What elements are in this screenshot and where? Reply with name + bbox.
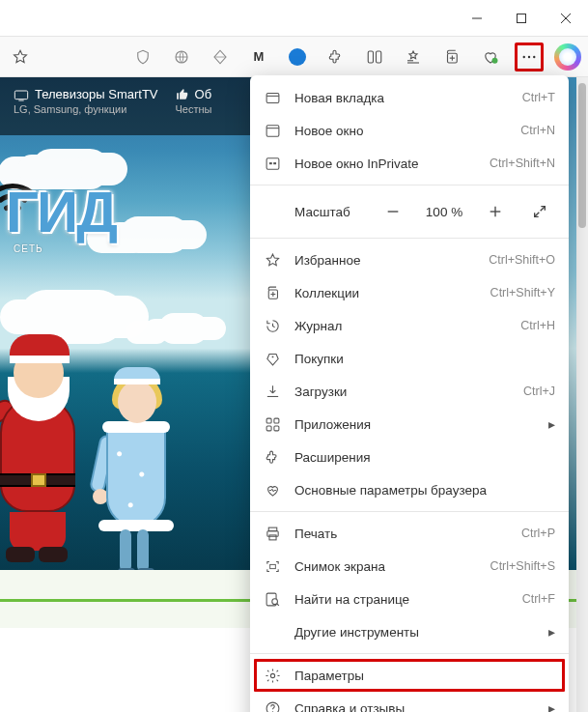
menu-item-shortcut: Ctrl+H	[520, 319, 555, 332]
diamond-button[interactable]	[206, 43, 235, 71]
window-minimize-button[interactable]	[455, 0, 499, 37]
svg-rect-39	[273, 425, 278, 430]
svg-rect-18	[14, 91, 27, 100]
menu-apps[interactable]: Приложения ▸	[250, 408, 569, 441]
blue-badge-button[interactable]	[283, 43, 312, 71]
menu-new-inprivate[interactable]: Новое окно InPrivate Ctrl+Shift+N	[250, 147, 569, 180]
menu-item-shortcut: Ctrl+T	[522, 91, 555, 104]
zoom-value: 100 %	[422, 205, 466, 219]
menu-item-label: Справка и отзывы	[294, 701, 535, 713]
minimize-icon	[471, 13, 483, 24]
svg-rect-25	[268, 162, 271, 164]
video-suggestion[interactable]: Об Честны	[176, 87, 212, 115]
favorites-list-button[interactable]	[399, 43, 428, 71]
menu-downloads[interactable]: Загрузки Ctrl+J	[250, 375, 569, 408]
tv-icon	[14, 88, 29, 101]
new-window-icon	[264, 122, 281, 139]
menu-item-shortcut: Ctrl+F	[522, 592, 555, 606]
menu-help[interactable]: Справка и отзывы ▸	[250, 692, 569, 712]
performance-button[interactable]	[476, 43, 505, 71]
menu-item-shortcut: Ctrl+P	[521, 527, 555, 540]
zoom-in-button[interactable]	[480, 196, 511, 227]
svg-point-15	[528, 55, 530, 57]
window-close-button[interactable]	[544, 0, 588, 37]
menu-new-window[interactable]: Новое окно Ctrl+N	[250, 114, 569, 147]
menu-separator	[250, 238, 569, 239]
apps-icon	[264, 415, 281, 433]
svg-line-31	[541, 207, 546, 212]
minus-icon	[385, 204, 401, 219]
copilot-button[interactable]	[553, 43, 582, 71]
menu-shopping[interactable]: Покупки	[250, 342, 569, 375]
menu-item-label: Масштаб	[264, 205, 364, 219]
menu-item-label: Снимок экрана	[294, 559, 477, 574]
window-titlebar	[0, 0, 588, 37]
extensions-button[interactable]	[322, 43, 350, 71]
print-icon	[264, 525, 281, 542]
m-logo-button[interactable]: M	[244, 43, 273, 71]
menu-settings[interactable]: Параметры	[250, 659, 569, 692]
globe-icon	[173, 48, 190, 66]
menu-more-tools[interactable]: Другие инструменты ▸	[250, 615, 569, 648]
svg-rect-38	[266, 425, 271, 430]
collections-icon	[264, 284, 281, 301]
copilot-icon	[554, 43, 581, 71]
menu-item-label: Покупки	[294, 352, 555, 366]
window-maximize-button[interactable]	[499, 0, 544, 37]
menu-item-shortcut: Ctrl+Shift+S	[490, 559, 555, 573]
menu-browser-essentials[interactable]: Основные параметры браузера	[250, 473, 569, 506]
blue-dot-icon	[289, 48, 306, 66]
video-suggestion-title: Телевизоры SmartTV	[35, 87, 158, 101]
menu-separator	[250, 511, 569, 512]
fullscreen-button[interactable]	[524, 196, 555, 227]
shield-button[interactable]	[128, 43, 157, 71]
page-scrollbar[interactable]	[576, 77, 588, 712]
plus-icon	[488, 204, 503, 219]
menu-new-tab[interactable]: Новая вкладка Ctrl+T	[250, 81, 569, 114]
more-menu-button[interactable]	[515, 43, 544, 71]
menu-find[interactable]: Найти на странице Ctrl+F	[250, 583, 569, 615]
shield-icon	[134, 48, 152, 66]
heart-pulse-icon	[264, 481, 281, 498]
scrollbar-thumb[interactable]	[578, 83, 586, 228]
menu-item-label: Другие инструменты	[294, 625, 535, 640]
menu-item-label: Основные параметры браузера	[294, 483, 555, 498]
settings-icon	[264, 667, 281, 684]
svg-rect-43	[269, 564, 275, 568]
puzzle-icon	[264, 448, 281, 466]
snowmaiden-illustration	[85, 367, 191, 580]
browser-toolbar: M	[0, 37, 588, 77]
close-icon	[560, 13, 572, 24]
menu-item-label: Новая вкладка	[294, 91, 509, 105]
star-icon	[264, 251, 281, 269]
menu-item-label: Журнал	[294, 319, 507, 333]
menu-print[interactable]: Печать Ctrl+P	[250, 517, 569, 550]
menu-collections[interactable]: Коллекции Ctrl+Shift+Y	[250, 276, 569, 309]
globe-button[interactable]	[167, 43, 196, 71]
svg-rect-42	[268, 534, 275, 539]
cloud-decoration	[145, 319, 183, 338]
santa-illustration	[0, 328, 97, 570]
split-screen-button[interactable]	[360, 43, 389, 71]
menu-item-label: Найти на странице	[294, 592, 509, 607]
svg-rect-37	[273, 418, 278, 423]
favorite-star-button[interactable]	[6, 43, 35, 71]
zoom-out-button[interactable]	[378, 196, 408, 227]
star-icon	[12, 48, 29, 66]
diamond-icon	[211, 48, 229, 66]
menu-screenshot[interactable]: Снимок экрана Ctrl+Shift+S	[250, 550, 569, 583]
menu-favorites[interactable]: Избранное Ctrl+Shift+O	[250, 243, 569, 276]
svg-rect-24	[266, 157, 279, 168]
m-icon: M	[254, 49, 265, 64]
svg-rect-7	[377, 51, 381, 63]
menu-history[interactable]: Журнал Ctrl+H	[250, 309, 569, 342]
blank-icon	[264, 623, 281, 641]
collections-button[interactable]	[437, 43, 466, 71]
menu-item-label: Коллекции	[294, 286, 477, 300]
video-suggestion[interactable]: Телевизоры SmartTV LG, Samsung, функции	[14, 87, 158, 115]
menu-zoom-row: Масштаб 100 %	[250, 190, 569, 233]
video-suggestion-sub: LG, Samsung, функции	[14, 103, 158, 115]
menu-extensions[interactable]: Расширения	[250, 441, 569, 473]
menu-item-label: Параметры	[294, 669, 555, 683]
ellipsis-icon	[520, 48, 538, 66]
